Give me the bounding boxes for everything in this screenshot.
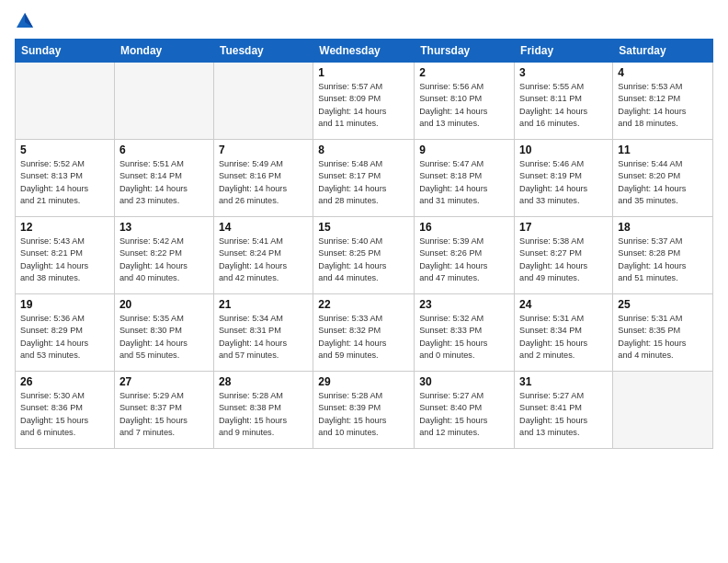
day-cell: 22Sunrise: 5:33 AMSunset: 8:32 PMDayligh… (313, 294, 415, 372)
day-cell: 26Sunrise: 5:30 AMSunset: 8:36 PMDayligh… (16, 372, 115, 449)
week-row-0: 1Sunrise: 5:57 AMSunset: 8:09 PMDaylight… (16, 63, 713, 140)
day-number: 9 (419, 144, 509, 156)
weekday-header-row: SundayMondayTuesdayWednesdayThursdayFrid… (16, 40, 713, 63)
day-cell: 4Sunrise: 5:53 AMSunset: 8:12 PMDaylight… (613, 63, 713, 140)
day-info: Sunrise: 5:35 AMSunset: 8:30 PMDaylight:… (119, 313, 209, 362)
day-cell: 21Sunrise: 5:34 AMSunset: 8:31 PMDayligh… (213, 294, 313, 372)
day-number: 23 (419, 298, 509, 311)
day-cell (213, 63, 313, 140)
day-cell: 8Sunrise: 5:48 AMSunset: 8:17 PMDaylight… (313, 140, 415, 217)
day-number: 4 (618, 66, 708, 79)
day-cell: 6Sunrise: 5:51 AMSunset: 8:14 PMDaylight… (114, 140, 213, 217)
day-info: Sunrise: 5:31 AMSunset: 8:35 PMDaylight:… (618, 313, 708, 362)
day-number: 30 (419, 375, 509, 388)
day-cell (114, 63, 213, 140)
day-number: 26 (20, 375, 109, 388)
weekday-header-saturday: Saturday (613, 40, 713, 63)
day-cell: 25Sunrise: 5:31 AMSunset: 8:35 PMDayligh… (613, 294, 713, 372)
day-info: Sunrise: 5:42 AMSunset: 8:22 PMDaylight:… (119, 236, 209, 284)
day-cell: 17Sunrise: 5:38 AMSunset: 8:27 PMDayligh… (515, 217, 613, 294)
day-number: 25 (618, 298, 708, 311)
page: SundayMondayTuesdayWednesdayThursdayFrid… (0, 0, 728, 563)
day-info: Sunrise: 5:30 AMSunset: 8:36 PMDaylight:… (20, 390, 109, 439)
day-cell: 1Sunrise: 5:57 AMSunset: 8:09 PMDaylight… (313, 63, 415, 140)
day-number: 19 (20, 298, 109, 311)
day-number: 21 (219, 298, 308, 311)
day-number: 18 (618, 221, 708, 234)
day-info: Sunrise: 5:33 AMSunset: 8:32 PMDaylight:… (318, 313, 409, 362)
day-cell: 30Sunrise: 5:27 AMSunset: 8:40 PMDayligh… (415, 372, 515, 449)
day-info: Sunrise: 5:32 AMSunset: 8:33 PMDaylight:… (419, 313, 509, 362)
day-cell: 29Sunrise: 5:28 AMSunset: 8:39 PMDayligh… (313, 372, 415, 449)
day-number: 14 (219, 221, 308, 234)
day-number: 13 (119, 221, 209, 234)
day-number: 2 (419, 66, 509, 79)
day-info: Sunrise: 5:34 AMSunset: 8:31 PMDaylight:… (219, 313, 308, 362)
weekday-header-monday: Monday (114, 40, 213, 63)
day-cell: 9Sunrise: 5:47 AMSunset: 8:18 PMDaylight… (415, 140, 515, 217)
day-info: Sunrise: 5:43 AMSunset: 8:21 PMDaylight:… (20, 236, 109, 284)
day-info: Sunrise: 5:27 AMSunset: 8:41 PMDaylight:… (519, 390, 608, 439)
day-cell: 13Sunrise: 5:42 AMSunset: 8:22 PMDayligh… (114, 217, 213, 294)
day-cell: 10Sunrise: 5:46 AMSunset: 8:19 PMDayligh… (515, 140, 613, 217)
weekday-header-wednesday: Wednesday (313, 40, 415, 63)
day-cell: 5Sunrise: 5:52 AMSunset: 8:13 PMDaylight… (16, 140, 115, 217)
day-number: 27 (119, 375, 209, 388)
day-info: Sunrise: 5:41 AMSunset: 8:24 PMDaylight:… (219, 236, 308, 284)
day-info: Sunrise: 5:39 AMSunset: 8:26 PMDaylight:… (419, 236, 509, 284)
week-row-3: 19Sunrise: 5:36 AMSunset: 8:29 PMDayligh… (16, 294, 713, 372)
day-info: Sunrise: 5:38 AMSunset: 8:27 PMDaylight:… (519, 236, 608, 284)
week-row-2: 12Sunrise: 5:43 AMSunset: 8:21 PMDayligh… (16, 217, 713, 294)
day-info: Sunrise: 5:28 AMSunset: 8:38 PMDaylight:… (219, 390, 308, 439)
day-info: Sunrise: 5:46 AMSunset: 8:19 PMDaylight:… (519, 158, 608, 207)
week-row-4: 26Sunrise: 5:30 AMSunset: 8:36 PMDayligh… (16, 372, 713, 449)
day-cell: 16Sunrise: 5:39 AMSunset: 8:26 PMDayligh… (415, 217, 515, 294)
day-cell: 15Sunrise: 5:40 AMSunset: 8:25 PMDayligh… (313, 217, 415, 294)
day-cell (16, 63, 115, 140)
calendar: SundayMondayTuesdayWednesdayThursdayFrid… (15, 39, 713, 449)
day-info: Sunrise: 5:40 AMSunset: 8:25 PMDaylight:… (318, 236, 409, 284)
day-number: 28 (219, 375, 308, 388)
logo-icon (15, 11, 35, 31)
day-info: Sunrise: 5:44 AMSunset: 8:20 PMDaylight:… (618, 158, 708, 207)
day-cell: 2Sunrise: 5:56 AMSunset: 8:10 PMDaylight… (415, 63, 515, 140)
day-number: 29 (318, 375, 409, 388)
header (15, 11, 713, 31)
day-cell: 11Sunrise: 5:44 AMSunset: 8:20 PMDayligh… (613, 140, 713, 217)
day-info: Sunrise: 5:57 AMSunset: 8:09 PMDaylight:… (318, 81, 409, 130)
day-cell: 27Sunrise: 5:29 AMSunset: 8:37 PMDayligh… (114, 372, 213, 449)
day-cell (613, 372, 713, 449)
day-number: 16 (419, 221, 509, 234)
day-number: 15 (318, 221, 409, 234)
day-info: Sunrise: 5:53 AMSunset: 8:12 PMDaylight:… (618, 81, 708, 130)
day-number: 3 (519, 66, 608, 79)
day-cell: 19Sunrise: 5:36 AMSunset: 8:29 PMDayligh… (16, 294, 115, 372)
day-info: Sunrise: 5:28 AMSunset: 8:39 PMDaylight:… (318, 390, 409, 439)
day-cell: 24Sunrise: 5:31 AMSunset: 8:34 PMDayligh… (515, 294, 613, 372)
day-cell: 31Sunrise: 5:27 AMSunset: 8:41 PMDayligh… (515, 372, 613, 449)
weekday-header-thursday: Thursday (415, 40, 515, 63)
day-cell: 3Sunrise: 5:55 AMSunset: 8:11 PMDaylight… (515, 63, 613, 140)
day-info: Sunrise: 5:37 AMSunset: 8:28 PMDaylight:… (618, 236, 708, 284)
day-info: Sunrise: 5:36 AMSunset: 8:29 PMDaylight:… (20, 313, 109, 362)
day-cell: 23Sunrise: 5:32 AMSunset: 8:33 PMDayligh… (415, 294, 515, 372)
day-info: Sunrise: 5:29 AMSunset: 8:37 PMDaylight:… (119, 390, 209, 439)
day-info: Sunrise: 5:47 AMSunset: 8:18 PMDaylight:… (419, 158, 509, 207)
day-cell: 7Sunrise: 5:49 AMSunset: 8:16 PMDaylight… (213, 140, 313, 217)
day-number: 22 (318, 298, 409, 311)
day-info: Sunrise: 5:48 AMSunset: 8:17 PMDaylight:… (318, 158, 409, 207)
logo (15, 11, 39, 31)
day-number: 7 (219, 144, 308, 156)
day-number: 31 (519, 375, 608, 388)
day-cell: 12Sunrise: 5:43 AMSunset: 8:21 PMDayligh… (16, 217, 115, 294)
day-info: Sunrise: 5:27 AMSunset: 8:40 PMDaylight:… (419, 390, 509, 439)
day-number: 10 (519, 144, 608, 156)
day-cell: 20Sunrise: 5:35 AMSunset: 8:30 PMDayligh… (114, 294, 213, 372)
day-number: 1 (318, 66, 409, 79)
day-info: Sunrise: 5:56 AMSunset: 8:10 PMDaylight:… (419, 81, 509, 130)
day-number: 6 (119, 144, 209, 156)
day-cell: 18Sunrise: 5:37 AMSunset: 8:28 PMDayligh… (613, 217, 713, 294)
day-number: 12 (20, 221, 109, 234)
day-number: 24 (519, 298, 608, 311)
day-cell: 14Sunrise: 5:41 AMSunset: 8:24 PMDayligh… (213, 217, 313, 294)
